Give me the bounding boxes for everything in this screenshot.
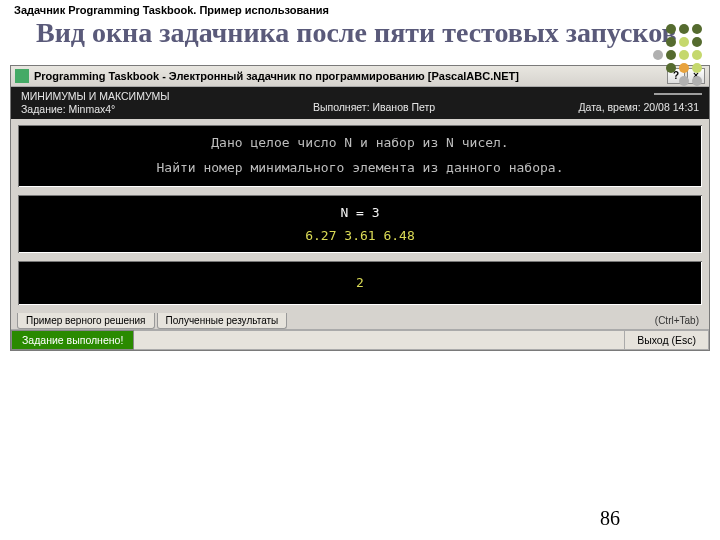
problem-box: Дано целое число N и набор из N чисел. Н… bbox=[16, 123, 704, 189]
info-heading: МИНИМУМЫ И МАКСИМУМЫ bbox=[21, 90, 170, 102]
problem-line: Найти номер минимального элемента из дан… bbox=[24, 160, 696, 175]
tab-correct-example[interactable]: Пример верного решения bbox=[17, 313, 155, 329]
exit-button[interactable]: Выход (Esc) bbox=[624, 330, 709, 350]
tabs-row: Пример верного решения Полученные резуль… bbox=[11, 313, 709, 329]
input-box: N = 3 6.27 3.61 6.48 bbox=[16, 193, 704, 255]
input-values: 6.27 3.61 6.48 bbox=[24, 228, 696, 243]
slide-header: Задачник Programming Taskbook. Пример ис… bbox=[0, 0, 720, 16]
status-spacer bbox=[134, 330, 624, 350]
titlebar: Programming Taskbook - Электронный задач… bbox=[11, 66, 709, 87]
statusbar: Задание выполнено! Выход (Esc) bbox=[11, 329, 709, 350]
app-window: Programming Taskbook - Электронный задач… bbox=[10, 65, 710, 351]
page-number: 86 bbox=[600, 507, 620, 530]
output-value: 2 bbox=[356, 275, 364, 290]
decorative-dots bbox=[624, 24, 702, 95]
output-box: 2 bbox=[16, 259, 704, 307]
task-label: Задание: Minmax4° bbox=[21, 103, 170, 115]
input-n: N = 3 bbox=[24, 205, 696, 220]
window-title: Programming Taskbook - Электронный задач… bbox=[34, 70, 519, 82]
console-area: Дано целое число N и набор из N чисел. Н… bbox=[11, 119, 709, 313]
slide-title: Вид окна задачника после пяти тестовых з… bbox=[0, 16, 720, 57]
app-icon bbox=[15, 69, 29, 83]
problem-line: Дано целое число N и набор из N чисел. bbox=[24, 135, 696, 150]
performer-label: Выполняет: Иванов Петр bbox=[313, 90, 435, 115]
tab-results[interactable]: Полученные результаты bbox=[157, 313, 288, 329]
status-message: Задание выполнено! bbox=[11, 330, 134, 350]
info-bar: МИНИМУМЫ И МАКСИМУМЫ Задание: Minmax4° В… bbox=[11, 87, 709, 119]
tab-shortcut-hint: (Ctrl+Tab) bbox=[655, 315, 703, 326]
